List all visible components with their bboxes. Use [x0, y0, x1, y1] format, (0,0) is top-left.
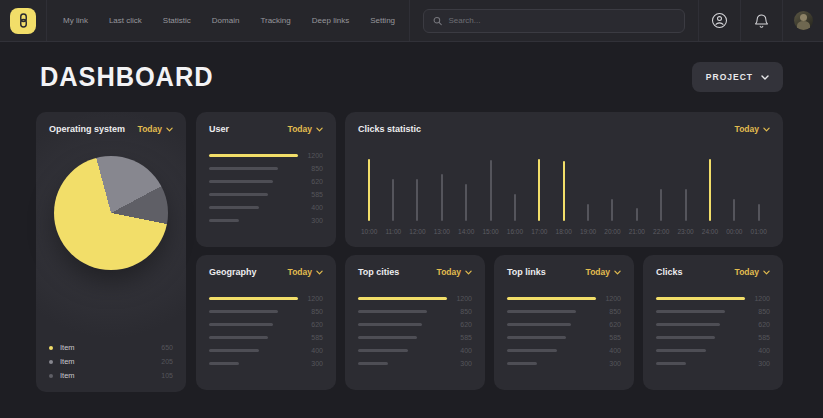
bar-row: 300	[358, 357, 472, 370]
bar-row: 850	[209, 162, 323, 175]
legend-label: Item	[60, 357, 161, 366]
bar-track	[209, 206, 298, 209]
bar-value: 850	[745, 308, 770, 315]
card-title: Operating system	[49, 124, 125, 134]
bar-list: 1200850620585400300	[209, 149, 323, 227]
period-dropdown[interactable]: Today	[586, 267, 621, 277]
bar-value: 300	[298, 217, 323, 224]
chart-column: 18:00	[556, 161, 572, 235]
search-box[interactable]	[423, 9, 685, 33]
nav-link-setting[interactable]: Setting	[370, 16, 395, 25]
bar-row: 585	[358, 331, 472, 344]
chart-bar	[733, 199, 735, 221]
right-column: User Today 1200850620585400300 Clicks st…	[196, 112, 783, 390]
bar	[358, 297, 447, 300]
bar-value: 850	[596, 308, 621, 315]
bottom-row: Geography Today 1200850620585400300 Top …	[196, 255, 783, 390]
bar-track	[209, 297, 298, 300]
bar-list: 1200850620585400300	[507, 292, 621, 370]
period-dropdown[interactable]: Today	[735, 124, 770, 134]
time-label: 11:00	[385, 228, 401, 235]
period-label: Today	[288, 124, 312, 134]
bar-track	[209, 219, 298, 222]
account-icon	[711, 12, 728, 29]
nav-link-my-link[interactable]: My link	[63, 16, 88, 25]
bar-value: 850	[298, 165, 323, 172]
bar-row: 300	[656, 357, 770, 370]
bar-row: 300	[507, 357, 621, 370]
bar-value: 1200	[298, 295, 323, 302]
bar	[209, 349, 259, 352]
chart-column: 15:00	[482, 160, 498, 235]
period-dropdown[interactable]: Today	[288, 124, 323, 134]
bar	[209, 362, 239, 365]
bar	[656, 297, 745, 300]
nav-link-tracking[interactable]: Tracking	[260, 16, 290, 25]
bar-value: 585	[447, 334, 472, 341]
time-label: 01:00	[751, 228, 767, 235]
bar-track	[507, 310, 596, 313]
card-header: Clicks Today	[656, 267, 770, 277]
bar-track	[358, 297, 447, 300]
card-header: User Today	[209, 124, 323, 134]
period-label: Today	[586, 267, 610, 277]
bar-value: 585	[298, 191, 323, 198]
chart-bar	[514, 194, 516, 221]
chart-bar	[538, 159, 540, 221]
bar	[209, 297, 298, 300]
bar-value: 1200	[447, 295, 472, 302]
bar-track	[656, 323, 745, 326]
chart-column: 16:00	[507, 194, 523, 235]
user-avatar[interactable]	[794, 11, 813, 30]
chevron-down-icon	[316, 127, 323, 132]
nav-link-statistic[interactable]: Statistic	[163, 16, 191, 25]
search-area	[409, 0, 698, 41]
bar-value: 850	[298, 308, 323, 315]
nav-link-deep-links[interactable]: Deep links	[312, 16, 349, 25]
legend-item: Item650	[49, 343, 173, 352]
bar-value: 620	[298, 321, 323, 328]
bar	[209, 180, 273, 183]
time-label: 10:00	[361, 228, 377, 235]
chart-bar	[660, 189, 662, 221]
time-label: 22:00	[653, 228, 669, 235]
account-button[interactable]	[699, 0, 740, 41]
bar-value: 300	[745, 360, 770, 367]
bar-row: 850	[209, 305, 323, 318]
bar	[358, 310, 427, 313]
nav-link-last-click[interactable]: Last click	[109, 16, 142, 25]
dashboard-grid: Operating system Today Item650Item205Ite…	[0, 112, 823, 418]
chart-column: 01:00	[751, 204, 767, 235]
link-icon	[18, 13, 29, 28]
bar-value: 300	[447, 360, 472, 367]
bar-row: 620	[209, 318, 323, 331]
card-geography: Geography Today 1200850620585400300	[196, 255, 336, 390]
bar-row: 1200	[209, 149, 323, 162]
bar-row: 620	[358, 318, 472, 331]
time-label: 24:00	[702, 228, 718, 235]
chart-bar	[368, 159, 370, 221]
bar-track	[209, 167, 298, 170]
bar-row: 400	[209, 201, 323, 214]
legend-item: Item205	[49, 357, 173, 366]
bar-row: 620	[656, 318, 770, 331]
avatar-area	[783, 0, 823, 41]
project-dropdown-button[interactable]: PROJECT	[692, 62, 783, 92]
search-input[interactable]	[448, 16, 675, 25]
nav-link-domain[interactable]: Domain	[212, 16, 240, 25]
chart-bar	[758, 204, 760, 221]
legend-dot	[49, 346, 53, 350]
bar-track	[507, 362, 596, 365]
period-dropdown[interactable]: Today	[138, 124, 173, 134]
bar-row: 400	[358, 344, 472, 357]
bar-value: 400	[596, 347, 621, 354]
bar-track	[358, 349, 447, 352]
bar	[209, 323, 273, 326]
period-label: Today	[138, 124, 162, 134]
bar-value: 585	[745, 334, 770, 341]
app-logo[interactable]	[10, 8, 36, 34]
period-dropdown[interactable]: Today	[735, 267, 770, 277]
period-dropdown[interactable]: Today	[288, 267, 323, 277]
notifications-button[interactable]	[741, 0, 782, 41]
period-dropdown[interactable]: Today	[437, 267, 472, 277]
